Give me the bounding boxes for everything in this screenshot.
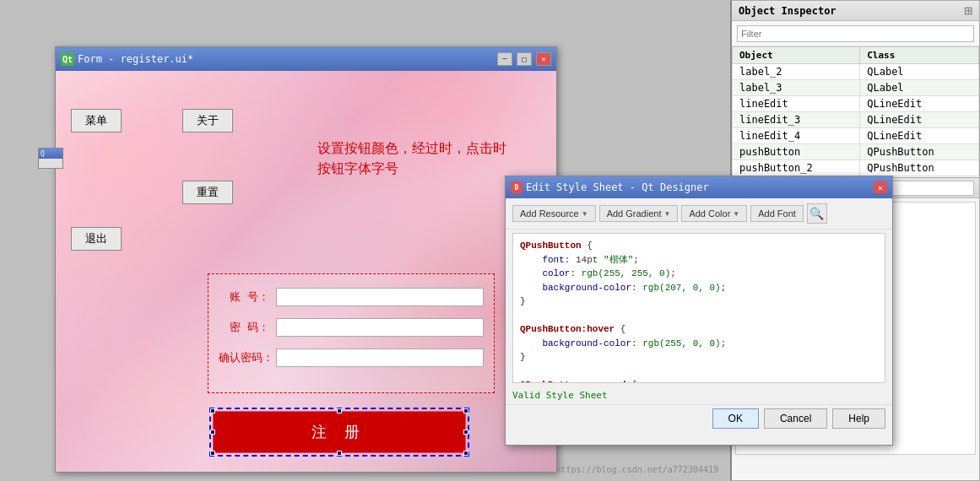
dialog-status: Valid Style Sheet xyxy=(506,386,892,404)
code-line-5: } xyxy=(520,295,878,309)
code-line-11: QPushButton:pressed { xyxy=(520,378,878,383)
confirm-label: 确认密码： xyxy=(219,350,269,365)
valid-status: Valid Style Sheet xyxy=(512,390,608,401)
style-sheet-dialog: D Edit Style Sheet - Qt Designer ✕ Add R… xyxy=(505,176,893,446)
table-row[interactable]: pushButtonQPushButton xyxy=(733,144,979,160)
account-label: 账 号： xyxy=(219,289,269,305)
code-line-10 xyxy=(520,365,878,379)
handle-mr[interactable] xyxy=(463,430,468,435)
add-font-label: Add Font xyxy=(758,208,796,219)
object-inspector-panel: Object Inspector ⊞ Object Class label_2Q… xyxy=(730,0,980,181)
add-color-label: Add Color xyxy=(689,208,730,219)
object-cell: lineEdit_3 xyxy=(733,112,860,128)
code-line-3: color: rgb(255, 255, 0); xyxy=(520,267,878,281)
annotation-text: 设置按钮颜色，经过时，点击时 按钮字体字号 xyxy=(317,138,537,179)
class-cell: QPushButton xyxy=(860,160,979,176)
add-color-btn[interactable]: Add Color ▼ xyxy=(681,205,747,222)
bottom-url: https://blog.csdn.net/a772304419 xyxy=(555,465,718,474)
qt-small-label: Q xyxy=(41,150,45,158)
help-button[interactable]: Help xyxy=(832,408,885,429)
handle-ml[interactable] xyxy=(210,430,215,435)
password-input[interactable] xyxy=(276,318,484,337)
cancel-button[interactable]: Cancel xyxy=(764,408,827,429)
add-gradient-label: Add Gradient xyxy=(607,208,662,219)
annotation-line1: 设置按钮颜色，经过时，点击时 xyxy=(317,141,506,155)
form-titlebar: Qt Form - register.ui* ─ □ ✕ xyxy=(56,47,556,71)
table-row[interactable]: label_2QLabel xyxy=(733,64,979,80)
code-area[interactable]: QPushButton { font: 14pt "楷体"; color: rg… xyxy=(512,233,885,383)
confirm-input[interactable] xyxy=(276,349,484,367)
object-cell: pushButton_2 xyxy=(733,160,860,176)
password-label: 密 码： xyxy=(219,320,269,335)
inspector-float-btn[interactable]: ⊞ xyxy=(964,3,972,19)
code-line-6 xyxy=(520,309,878,323)
password-row: 密 码： xyxy=(219,318,484,337)
inspector-filter-area xyxy=(732,21,979,46)
code-line-4: background-color: rgb(207, 0, 0); xyxy=(520,281,878,295)
table-row[interactable]: lineEdit_4QLineEdit xyxy=(733,128,979,144)
qt-small-titlebar: Q xyxy=(39,149,62,159)
annotation-line2: 按钮字体字号 xyxy=(317,161,398,176)
table-row[interactable]: lineEdit_3QLineEdit xyxy=(733,112,979,128)
inspector-table: Object Class label_2QLabellabel_3QLabell… xyxy=(732,46,979,176)
col-object: Object xyxy=(733,47,860,64)
code-line-1: QPushButton { xyxy=(520,239,878,253)
dialog-close-btn[interactable]: ✕ xyxy=(874,181,887,193)
qt-form-window: Qt Form - register.ui* ─ □ ✕ 设置按钮颜色，经过时，… xyxy=(55,46,557,473)
account-row: 账 号： xyxy=(219,288,484,306)
col-class: Class xyxy=(860,47,979,64)
qt-icon: Qt xyxy=(61,52,74,66)
add-resource-label: Add Resource xyxy=(520,208,579,219)
object-cell: label_3 xyxy=(733,80,860,96)
object-cell: lineEdit xyxy=(733,96,860,112)
add-font-btn[interactable]: Add Font xyxy=(750,205,804,222)
table-row[interactable]: lineEditQLineEdit xyxy=(733,96,979,112)
dialog-title: Edit Style Sheet - Qt Designer xyxy=(526,181,709,193)
form-content: 设置按钮颜色，经过时，点击时 按钮字体字号 菜单 关于 重置 退出 ⊞ ✕ 账 … xyxy=(56,71,556,472)
handle-tc[interactable] xyxy=(337,408,342,413)
table-row[interactable]: pushButton_2QPushButton xyxy=(733,160,979,176)
qt-small-window: Q xyxy=(38,148,63,169)
filter-input[interactable] xyxy=(737,25,974,42)
dialog-titlebar: D Edit Style Sheet - Qt Designer ✕ xyxy=(506,176,892,198)
toolbar-search-btn[interactable]: 🔍 xyxy=(807,203,827,224)
about-button[interactable]: 关于 xyxy=(182,109,233,132)
handle-br[interactable] xyxy=(463,451,468,456)
inspector-title-text: Object Inspector xyxy=(739,5,837,17)
class-cell: QLabel xyxy=(860,80,979,96)
maximize-btn[interactable]: □ xyxy=(517,52,532,66)
register-button[interactable]: 注 册 xyxy=(213,411,466,453)
class-cell: QLabel xyxy=(860,64,979,80)
ok-button[interactable]: OK xyxy=(712,408,759,429)
minimize-btn[interactable]: ─ xyxy=(497,52,512,66)
add-color-arrow: ▼ xyxy=(733,210,739,218)
account-input[interactable] xyxy=(276,288,484,306)
object-cell: pushButton xyxy=(733,144,860,160)
object-cell: lineEdit_4 xyxy=(733,128,860,144)
object-cell: label_2 xyxy=(733,64,860,80)
code-line-9: } xyxy=(520,350,878,365)
table-row[interactable]: label_3QLabel xyxy=(733,80,979,96)
menu-button[interactable]: 菜单 xyxy=(71,109,122,132)
form-fields-area: 账 号： 密 码： 确认密码： xyxy=(208,273,495,393)
close-btn[interactable]: ✕ xyxy=(536,52,551,66)
code-line-8: background-color: rgb(255, 0, 0); xyxy=(520,337,878,351)
add-gradient-btn[interactable]: Add Gradient ▼ xyxy=(599,205,679,222)
dialog-buttons: OK Cancel Help xyxy=(506,404,892,432)
class-cell: QLineEdit xyxy=(860,96,979,112)
add-resource-arrow: ▼ xyxy=(582,210,588,218)
confirm-row: 确认密码： xyxy=(219,349,484,367)
code-line-2: font: 14pt "楷体"; xyxy=(520,253,878,268)
inspector-title: Object Inspector ⊞ xyxy=(732,1,979,21)
handle-tr[interactable] xyxy=(463,408,468,413)
reset-button[interactable]: 重置 xyxy=(182,181,233,204)
class-cell: QLineEdit xyxy=(860,112,979,128)
exit-button[interactable]: 退出 xyxy=(71,227,122,251)
dialog-icon: D xyxy=(511,181,522,193)
handle-tl[interactable] xyxy=(210,408,215,413)
register-wrapper: 注 册 xyxy=(213,411,466,453)
handle-bl[interactable] xyxy=(210,451,215,456)
code-line-7: QPushButton:hover { xyxy=(520,322,878,337)
handle-bc[interactable] xyxy=(337,451,342,456)
add-resource-btn[interactable]: Add Resource ▼ xyxy=(512,205,596,222)
